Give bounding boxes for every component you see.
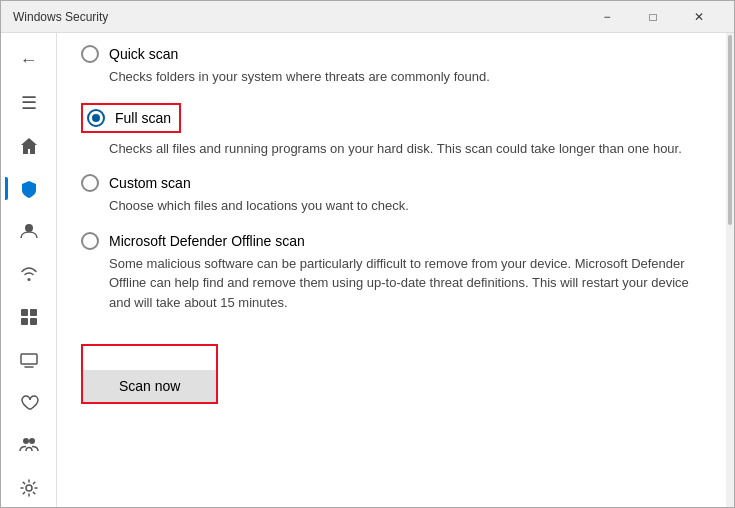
- window-controls: − □ ✕: [584, 1, 722, 33]
- scan-now-wrapper: Scan now: [81, 344, 218, 404]
- full-scan-radio[interactable]: [87, 109, 105, 127]
- maximize-button[interactable]: □: [630, 1, 676, 33]
- sidebar-family[interactable]: [5, 426, 53, 465]
- offline-scan-radio[interactable]: [81, 232, 99, 250]
- titlebar: Windows Security − □ ✕: [1, 1, 734, 33]
- sidebar-network[interactable]: [5, 255, 53, 294]
- custom-scan-header: Custom scan: [81, 174, 702, 192]
- custom-scan-label: Custom scan: [109, 175, 191, 191]
- offline-scan-header: Microsoft Defender Offline scan: [81, 232, 702, 250]
- scan-now-button[interactable]: Scan now: [83, 370, 216, 402]
- offline-scan-option: Microsoft Defender Offline scan Some mal…: [81, 232, 702, 313]
- svg-rect-1: [21, 309, 28, 316]
- sidebar-shield[interactable]: [5, 169, 53, 208]
- svg-rect-2: [30, 309, 37, 316]
- sidebar-settings[interactable]: [5, 468, 53, 507]
- svg-rect-3: [21, 318, 28, 325]
- sidebar-back[interactable]: ←: [5, 41, 53, 80]
- svg-point-0: [25, 224, 33, 232]
- sidebar-person[interactable]: [5, 212, 53, 251]
- quick-scan-label: Quick scan: [109, 46, 178, 62]
- offline-scan-label: Microsoft Defender Offline scan: [109, 233, 305, 249]
- svg-point-6: [23, 438, 29, 444]
- full-scan-label: Full scan: [115, 110, 171, 126]
- content-area: Quick scan Checks folders in your system…: [57, 33, 726, 507]
- svg-rect-4: [30, 318, 37, 325]
- sidebar-apps[interactable]: [5, 297, 53, 336]
- close-button[interactable]: ✕: [676, 1, 722, 33]
- quick-scan-header: Quick scan: [81, 45, 702, 63]
- custom-scan-radio[interactable]: [81, 174, 99, 192]
- svg-point-7: [29, 438, 35, 444]
- sidebar-menu[interactable]: ☰: [5, 84, 53, 123]
- quick-scan-radio[interactable]: [81, 45, 99, 63]
- full-scan-option: Full scan Checks all files and running p…: [81, 103, 702, 159]
- main-layout: ← ☰: [1, 33, 734, 507]
- full-scan-selected-box: Full scan: [81, 103, 181, 133]
- full-scan-radio-inner: [92, 114, 100, 122]
- quick-scan-option: Quick scan Checks folders in your system…: [81, 45, 702, 87]
- svg-point-8: [26, 485, 32, 491]
- custom-scan-desc: Choose which files and locations you wan…: [109, 196, 702, 216]
- app-window: Windows Security − □ ✕ ← ☰: [0, 0, 735, 508]
- scrollbar-thumb[interactable]: [728, 35, 732, 225]
- window-title: Windows Security: [13, 10, 584, 24]
- sidebar-device[interactable]: [5, 340, 53, 379]
- scrollbar[interactable]: [726, 33, 734, 507]
- full-scan-desc: Checks all files and running programs on…: [109, 139, 702, 159]
- sidebar: ← ☰: [1, 33, 57, 507]
- custom-scan-option: Custom scan Choose which files and locat…: [81, 174, 702, 216]
- offline-scan-desc: Some malicious software can be particula…: [109, 254, 702, 313]
- quick-scan-desc: Checks folders in your system where thre…: [109, 67, 702, 87]
- minimize-button[interactable]: −: [584, 1, 630, 33]
- svg-rect-5: [21, 354, 37, 364]
- sidebar-home[interactable]: [5, 126, 53, 165]
- full-scan-header: Full scan: [87, 109, 171, 127]
- sidebar-health[interactable]: [5, 383, 53, 422]
